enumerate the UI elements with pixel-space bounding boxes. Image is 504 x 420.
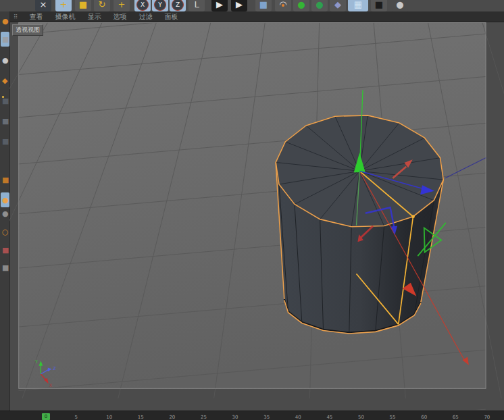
add-floor-glyph: ▦ (354, 0, 362, 11)
frame-label-65: 65 (453, 415, 459, 420)
frame-label-60: 60 (421, 415, 427, 420)
axis-x-lock-icon[interactable]: X (134, 0, 151, 11)
menu-item-4[interactable]: 过滤 (139, 12, 153, 22)
viewport-menu-bar: ⠿ 查看摄像机显示选项过滤面板 (9, 11, 504, 22)
move-tool-icon[interactable]: + (55, 0, 72, 11)
coordinate-system-icon[interactable]: L (188, 0, 205, 11)
add-polygon-object-icon[interactable]: ◆ (330, 0, 346, 11)
frame-label-55: 55 (390, 415, 396, 420)
menu-item-2[interactable]: 显示 (88, 12, 101, 22)
add-cube-glyph: ■ (259, 0, 268, 11)
add-camera-icon[interactable]: ■ (371, 0, 387, 11)
rotate-tool-glyph: ↻ (99, 0, 106, 11)
live-selection-icon[interactable]: × (35, 0, 51, 11)
polygons-mode-glyph: ■ (2, 137, 9, 146)
axis-y-lock-icon[interactable]: Y (152, 0, 168, 11)
viewport-title-label: 透视视图 (12, 24, 43, 36)
axis-y-lock-glyph: Y (154, 0, 166, 11)
snap-settings-glyph: ■ (2, 246, 9, 255)
frame-label-50: 50 (358, 415, 364, 420)
frame-label-10: 10 (106, 415, 112, 420)
move-tool-glyph: + (60, 0, 68, 11)
frame-label-20: 20 (169, 415, 175, 420)
snap-modes-glyph: ■ (2, 263, 9, 272)
selected-vertex[interactable] (411, 215, 415, 218)
render-settings-icon[interactable]: ▶ (231, 0, 247, 11)
axis-x-lock-glyph: X (136, 0, 149, 11)
enable-quantizing-icon[interactable]: ○ (1, 224, 9, 239)
live-selection-glyph: × (40, 0, 47, 11)
timeline-ruler[interactable]: 0 510152025303540455055606570 (0, 411, 504, 420)
last-tool-glyph: + (118, 0, 126, 11)
frame-label-15: 15 (138, 415, 144, 420)
last-tool-icon[interactable]: + (114, 0, 130, 11)
convert-tool-glyph: ● (2, 17, 9, 26)
frame-label-40: 40 (295, 415, 301, 420)
snap-modes-icon[interactable]: ■ (1, 260, 9, 275)
coordinate-system-glyph: L (194, 0, 199, 11)
scale-tool-icon[interactable]: ■ (75, 0, 91, 11)
frame-label-30: 30 (232, 415, 238, 420)
add-deformer-glyph: ● (316, 0, 323, 11)
left-mode-toolbar: ●■●◆■■■■●●○■■ (0, 11, 10, 411)
add-deformer-icon[interactable]: ● (311, 0, 328, 11)
points-mode-icon[interactable]: ■ (1, 93, 9, 108)
menu-item-5[interactable]: 面板 (165, 12, 178, 22)
model-mode-glyph: ■ (2, 35, 9, 44)
axis-label-x: X (49, 383, 53, 388)
add-camera-glyph: ■ (375, 0, 383, 11)
subdivision-surface-icon[interactable]: ● (293, 0, 309, 11)
add-light-icon[interactable]: ● (392, 0, 408, 11)
add-polygon-object-glyph: ◆ (334, 0, 341, 11)
polygons-mode-icon[interactable]: ■ (1, 134, 9, 149)
frame-label-70: 70 (484, 415, 490, 420)
texture-mode-icon[interactable]: ● (1, 192, 9, 207)
frame-label-35: 35 (263, 415, 270, 420)
add-cube-icon[interactable]: ■ (255, 0, 272, 11)
scale-tool-glyph: ■ (79, 0, 87, 11)
texture-axes-mode-icon[interactable]: ● (1, 53, 9, 68)
menu-item-0[interactable]: 查看 (30, 12, 43, 22)
menu-grip-icon[interactable]: ⠿ (14, 14, 18, 20)
enable-axis-icon[interactable]: ■ (1, 172, 9, 187)
workplane-mode-glyph: ◆ (2, 76, 7, 85)
frame-label-25: 25 (201, 415, 207, 420)
render-settings-glyph: ▶ (236, 0, 243, 11)
perspective-viewport[interactable]: YZX (9, 22, 504, 410)
menu-item-3[interactable]: 选项 (114, 12, 127, 22)
render-view-icon[interactable]: ▶ (211, 0, 228, 11)
viewport-solo-icon[interactable]: ● (1, 206, 9, 221)
current-frame-marker[interactable]: 0 (42, 413, 50, 420)
model-mode-icon[interactable]: ■ (1, 32, 9, 47)
edges-mode-icon[interactable]: ■ (1, 113, 9, 128)
menu-item-1[interactable]: 摄像机 (55, 12, 76, 22)
frame-label-5: 5 (75, 415, 78, 420)
snap-settings-icon[interactable]: ■ (1, 242, 9, 257)
frame-label-45: 45 (326, 415, 332, 420)
add-spline-icon[interactable]: ◠ (275, 0, 291, 11)
enable-quantizing-glyph: ○ (2, 228, 9, 236)
axis-z-lock-glyph: Z (172, 0, 184, 11)
workplane-mode-icon[interactable]: ◆ (1, 73, 9, 88)
render-view-glyph: ▶ (216, 0, 223, 11)
rotate-tool-icon[interactable]: ↻ (94, 0, 110, 11)
subdivision-surface-glyph: ● (297, 0, 305, 11)
add-floor-icon[interactable]: ▦ (348, 0, 368, 11)
viewport-solo-glyph: ● (2, 209, 9, 218)
texture-axes-mode-glyph: ● (2, 56, 9, 65)
axis-z-lock-icon[interactable]: Z (170, 0, 186, 11)
enable-axis-glyph: ■ (2, 176, 9, 184)
axis-label-z: Z (53, 366, 56, 371)
cinema4d-window: ×+■↻+XYZL▶▶■◠●●◆▦■● ⠿ 查看摄像机显示选项过滤面板 ●■●◆… (0, 0, 504, 420)
top-toolbar: ×+■↻+XYZL▶▶■◠●●◆▦■● (0, 0, 504, 12)
cylinder-object[interactable] (276, 115, 443, 333)
texture-mode-glyph: ● (2, 196, 9, 205)
edges-mode-glyph: ■ (2, 117, 9, 126)
add-light-glyph: ● (396, 0, 403, 11)
convert-tool-icon[interactable]: ● (1, 14, 9, 28)
